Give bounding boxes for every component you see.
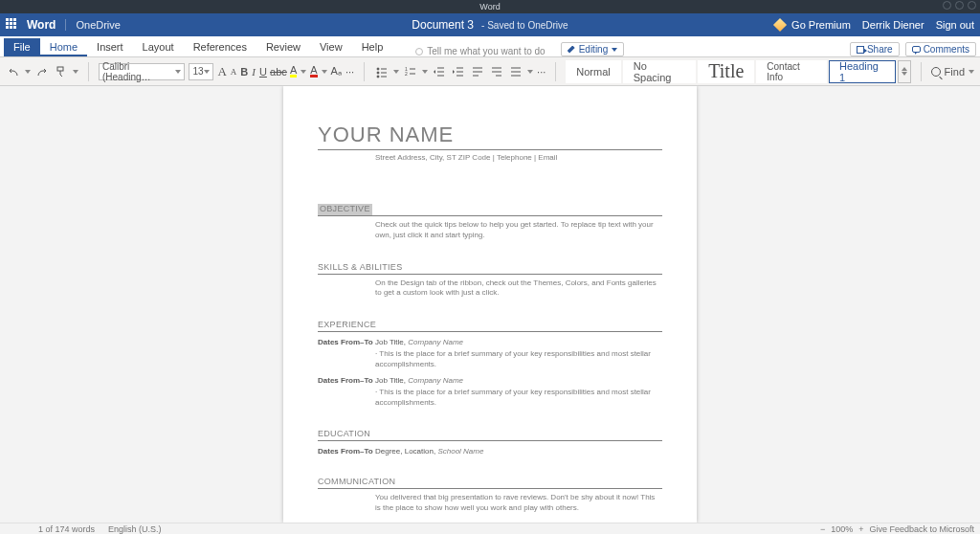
redo-button[interactable] — [34, 64, 50, 79]
document-page[interactable]: YOUR NAME Street Address, City, ST ZIP C… — [283, 86, 697, 523]
chevron-down-icon — [612, 48, 617, 52]
undo-history-chevron-icon[interactable] — [25, 70, 31, 74]
close-icon[interactable] — [968, 1, 976, 10]
education-school[interactable]: School Name — [437, 447, 483, 456]
highlight-button[interactable]: A — [290, 65, 297, 78]
font-color-button[interactable]: A — [310, 65, 317, 78]
highlight-chevron-icon[interactable] — [301, 70, 306, 74]
underline-button[interactable]: U — [259, 66, 267, 78]
experience-description[interactable]: · This is the place for a brief summary … — [375, 349, 662, 370]
align-button[interactable] — [508, 64, 523, 79]
section-head-experience[interactable]: EXPERIENCE — [318, 320, 662, 332]
tell-me-label: Tell me what you want to do — [427, 46, 545, 56]
skills-body[interactable]: On the Design tab of the ribbon, check o… — [375, 278, 662, 300]
education-dates[interactable]: Dates From–To — [318, 447, 375, 456]
numbering-button[interactable]: 12 — [403, 64, 418, 79]
resume-contact-line[interactable]: Street Address, City, ST ZIP Code | Tele… — [375, 153, 662, 162]
font-size-selector[interactable]: 13 — [189, 63, 213, 80]
tab-references[interactable]: References — [184, 38, 256, 56]
tab-help[interactable]: Help — [352, 38, 393, 56]
resume-name-heading[interactable]: YOUR NAME — [318, 122, 662, 150]
more-font-button[interactable]: ··· — [345, 66, 354, 78]
experience-company[interactable]: Company Name — [408, 376, 463, 385]
styles-gallery: Normal No Spacing Title Contact Info Hea… — [566, 60, 910, 83]
experience-dates[interactable]: Dates From–To — [318, 376, 375, 409]
section-head-skills[interactable]: SKILLS & ABILITIES — [318, 262, 662, 275]
section-head-communication[interactable]: COMMUNICATION — [318, 477, 662, 489]
tab-review[interactable]: Review — [256, 38, 310, 56]
italic-button[interactable]: I — [252, 66, 256, 78]
clear-formatting-button[interactable]: Aₐ — [331, 65, 342, 78]
styles-more-button[interactable] — [898, 60, 911, 83]
maximize-icon[interactable] — [955, 1, 964, 10]
experience-row[interactable]: Dates From–To Job Title, Company Name · … — [318, 376, 662, 409]
shrink-font-button[interactable]: A — [231, 67, 237, 77]
font-color-chevron-icon[interactable] — [322, 70, 327, 74]
document-canvas[interactable]: YOUR NAME Street Address, City, ST ZIP C… — [0, 86, 980, 523]
style-title[interactable]: Title — [698, 60, 754, 83]
bullets-button[interactable] — [374, 64, 390, 79]
separator — [921, 62, 922, 81]
editing-label: Editing — [579, 44, 609, 55]
bullets-chevron-icon[interactable] — [393, 70, 399, 74]
experience-job-title[interactable]: Job Title, — [375, 376, 406, 385]
style-normal[interactable]: Normal — [566, 60, 620, 83]
section-head-education[interactable]: EDUCATION — [318, 429, 662, 441]
experience-company[interactable]: Company Name — [408, 338, 463, 346]
ltr-button[interactable] — [470, 64, 485, 79]
style-contact-info[interactable]: Contact Info — [756, 60, 827, 83]
rtl-button[interactable] — [489, 64, 504, 79]
experience-job-title[interactable]: Job Title, — [375, 338, 406, 346]
style-no-spacing[interactable]: No Spacing — [623, 60, 697, 83]
editing-mode-button[interactable]: Editing — [561, 42, 625, 56]
tab-view[interactable]: View — [310, 38, 352, 56]
search-icon — [931, 67, 941, 77]
objective-body[interactable]: Check out the quick tips below to help y… — [375, 220, 662, 241]
communication-body[interactable]: You delivered that big presentation to r… — [375, 493, 662, 514]
align-chevron-icon[interactable] — [527, 70, 533, 74]
section-head-objective[interactable]: OBJECTIVE — [318, 204, 372, 216]
zoom-level[interactable]: 100% — [831, 524, 853, 534]
find-button[interactable]: Find — [931, 66, 974, 78]
education-degree[interactable]: Degree, Location, — [375, 447, 435, 456]
diamond-icon — [773, 18, 787, 32]
grow-font-button[interactable]: A — [217, 64, 226, 79]
os-window-controls — [943, 1, 976, 10]
document-name[interactable]: Document 3 — [412, 18, 474, 32]
word-count[interactable]: 1 of 174 words — [38, 524, 95, 534]
tab-home[interactable]: Home — [40, 38, 87, 56]
tab-file[interactable]: File — [4, 38, 40, 56]
numbering-chevron-icon[interactable] — [422, 70, 428, 74]
tab-layout[interactable]: Layout — [133, 38, 184, 56]
style-heading-1[interactable]: Heading 1 — [829, 60, 896, 83]
zoom-out-button[interactable]: − — [820, 524, 825, 534]
share-button[interactable]: Share — [850, 42, 900, 56]
format-painter-button[interactable] — [54, 64, 69, 79]
decrease-indent-button[interactable] — [432, 64, 447, 79]
experience-row[interactable]: Dates From–To Job Title, Company Name · … — [318, 338, 662, 370]
comments-button[interactable]: Comments — [905, 42, 976, 56]
education-row[interactable]: Dates From–To Degree, Location, School N… — [318, 447, 662, 456]
paste-chevron-icon[interactable] — [73, 70, 78, 74]
more-paragraph-button[interactable]: ··· — [537, 66, 546, 78]
tell-me-search[interactable]: Tell me what you want to do — [415, 46, 545, 56]
app-launcher-icon[interactable] — [6, 18, 19, 32]
tab-insert[interactable]: Insert — [87, 38, 133, 56]
language-status[interactable]: English (U.S.) — [108, 524, 162, 534]
feedback-link[interactable]: Give Feedback to Microsoft — [869, 524, 974, 534]
experience-description[interactable]: · This is the place for a brief summary … — [375, 388, 662, 409]
brand-onedrive[interactable]: OneDrive — [65, 19, 120, 31]
undo-button[interactable] — [6, 64, 21, 79]
bold-button[interactable]: B — [240, 66, 248, 78]
user-name[interactable]: Derrik Diener — [862, 19, 924, 31]
strikethrough-button[interactable]: abc — [271, 64, 286, 79]
sign-out-link[interactable]: Sign out — [936, 19, 974, 31]
minimize-icon[interactable] — [943, 1, 951, 10]
go-premium-button[interactable]: Go Premium — [775, 19, 851, 31]
comments-label: Comments — [924, 44, 969, 55]
zoom-in-button[interactable]: + — [858, 524, 863, 534]
chevron-down-icon — [902, 72, 907, 76]
font-name-selector[interactable]: Calibri (Heading… — [99, 63, 185, 80]
experience-dates[interactable]: Dates From–To — [318, 338, 375, 370]
increase-indent-button[interactable] — [451, 64, 466, 79]
